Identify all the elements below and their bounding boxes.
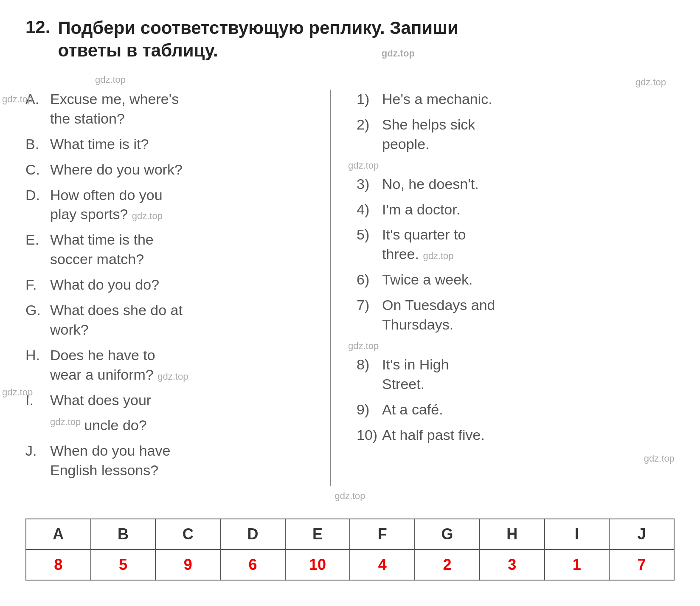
question-letter-b: B. [25, 135, 47, 154]
answer-1: 1) He's a mechanic. [357, 90, 675, 109]
question-h: H. Does he have towear a uniform? gdz.to… [25, 346, 313, 385]
question-text-a: Excuse me, where'sthe station? [50, 90, 313, 129]
task-number: 12. [25, 17, 50, 37]
answers-column: gdz.top 1) He's a mechanic. 2) She helps… [331, 90, 675, 486]
table-header-e: E [285, 519, 350, 550]
answer-text-5: It's quarter tothree. gdz.top [382, 225, 675, 264]
answer-number-10: 10) [357, 426, 382, 445]
table-header-g: G [415, 519, 480, 550]
table-value-j: 7 [609, 550, 674, 580]
answer-number-4: 4) [357, 200, 382, 220]
answer-5: 5) It's quarter tothree. gdz.top [357, 225, 675, 264]
watermark-i: gdz.top [50, 416, 81, 428]
question-text-g: What does she do atwork? [50, 301, 313, 340]
answer-table: A B C D E F G H I J 8 5 9 6 10 4 2 3 [25, 519, 675, 581]
watermark-bottom-center: gdz.top [335, 490, 365, 501]
question-i-text2: uncle do? [84, 416, 146, 435]
answer-10: 10) At half past five. [357, 426, 675, 445]
answer-number-6: 6) [357, 270, 382, 290]
content-area: gdz.top A. Excuse me, where'sthe station… [25, 90, 675, 486]
table-header-i: I [545, 519, 610, 550]
question-text-j: When do you haveEnglish lessons? [50, 441, 313, 480]
table-value-b: 5 [91, 550, 156, 580]
question-text-i: What does your [50, 391, 313, 410]
answer-text-4: I'm a doctor. [382, 200, 675, 220]
table-value-f: 4 [350, 550, 415, 580]
question-j: J. When do you haveEnglish lessons? [25, 441, 313, 480]
watermark-sub-title: gdz.top [95, 74, 126, 85]
watermark-5: gdz.top [423, 251, 453, 261]
table-value-c: 9 [155, 550, 220, 580]
table-value-d: 6 [220, 550, 285, 580]
question-a: A. Excuse me, where'sthe station? [25, 90, 313, 129]
question-text-h: Does he have towear a uniform? gdz.top [50, 346, 313, 385]
answer-text-6: Twice a week. [382, 270, 675, 290]
watermark-h: gdz.top [157, 371, 188, 382]
question-text-b: What time is it? [50, 135, 313, 154]
question-letter-f: F. [25, 275, 47, 295]
table-header-a: A [26, 519, 91, 550]
table-header-f: F [350, 519, 415, 550]
answer-4: 4) I'm a doctor. [357, 200, 675, 220]
question-i: I. What does your [25, 391, 313, 410]
question-letter-j: J. [25, 441, 47, 461]
answer-number-9: 9) [357, 400, 382, 420]
answer-number-7: 7) [357, 296, 382, 315]
answer-text-7: On Tuesdays andThursdays. [382, 296, 675, 335]
table-header-h: H [480, 519, 545, 550]
watermark-left-2: gdz.top [2, 387, 33, 398]
table-value-e: 10 [285, 550, 350, 580]
question-d: D. How often do youplay sports? gdz.top [25, 186, 313, 225]
table-header-d: D [220, 519, 285, 550]
task-title-line2: ответы в таблицу. gdz.top [58, 39, 458, 62]
questions-column: gdz.top A. Excuse me, where'sthe station… [25, 90, 331, 486]
answer-3: 3) No, he doesn't. [357, 175, 675, 194]
watermark-mid-right: gdz.top [348, 160, 675, 171]
answer-9: 9) At a café. [357, 400, 675, 420]
answer-2: 2) She helps sickpeople. [357, 115, 675, 154]
answer-number-1: 1) [357, 90, 382, 109]
task-title: Подбери соответствующую реплику. Запиши … [58, 17, 458, 62]
task-title-line1: Подбери соответствующую реплику. Запиши [58, 17, 458, 39]
question-letter-e: E. [25, 230, 47, 250]
answer-table-section: A B C D E F G H I J 8 5 9 6 10 4 2 3 [25, 519, 675, 581]
table-value-h: 3 [480, 550, 545, 580]
question-text-f: What do you do? [50, 275, 313, 295]
table-header-row: A B C D E F G H I J [26, 519, 674, 550]
question-letter-d: D. [25, 186, 47, 205]
question-e: E. What time is thesoccer match? [25, 230, 313, 269]
watermark-lower-right: gdz.top [644, 453, 675, 464]
answer-6: 6) Twice a week. [357, 270, 675, 290]
answer-number-8: 8) [357, 355, 382, 375]
table-value-g: 2 [415, 550, 480, 580]
question-letter-g: G. [25, 301, 47, 320]
answer-text-10: At half past five. [382, 426, 675, 445]
table-header-b: B [91, 519, 156, 550]
question-f: F. What do you do? [25, 275, 313, 295]
watermark-left-1: gdz.top [2, 94, 33, 105]
answer-text-2: She helps sickpeople. [382, 115, 675, 154]
watermark-header-right: gdz.top [382, 48, 415, 59]
watermark-d: gdz.top [132, 211, 163, 221]
table-value-i: 1 [545, 550, 610, 580]
question-i-continued: gdz.top uncle do? [50, 416, 313, 435]
table-values-row: 8 5 9 6 10 4 2 3 1 7 [26, 550, 674, 580]
question-b: B. What time is it? [25, 135, 313, 154]
watermark-right-top: gdz.top [635, 77, 666, 88]
answer-number-2: 2) [357, 115, 382, 135]
table-header-c: C [155, 519, 220, 550]
watermark-mid2-right: gdz.top [348, 341, 675, 352]
table-value-a: 8 [26, 550, 91, 580]
answer-number-5: 5) [357, 225, 382, 245]
question-g: G. What does she do atwork? [25, 301, 313, 340]
question-c: C. Where do you work? [25, 160, 313, 180]
table-header-j: J [609, 519, 674, 550]
answer-7: 7) On Tuesdays andThursdays. [357, 296, 675, 335]
question-text-e: What time is thesoccer match? [50, 230, 313, 269]
question-text-c: Where do you work? [50, 160, 313, 180]
question-letter-c: C. [25, 160, 47, 180]
answer-number-3: 3) [357, 175, 382, 194]
answer-text-9: At a café. [382, 400, 675, 420]
task-header: 12. Подбери соответствующую реплику. Зап… [25, 17, 675, 62]
answer-text-1: He's a mechanic. [382, 90, 675, 109]
